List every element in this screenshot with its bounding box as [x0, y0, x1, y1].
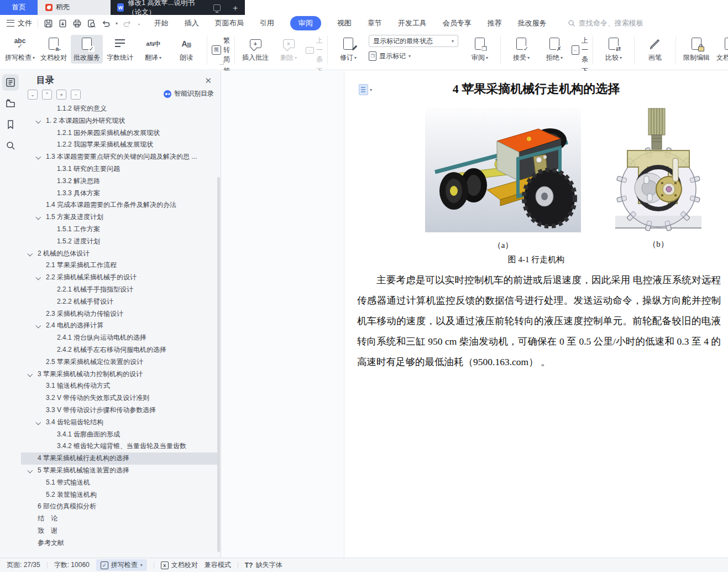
restrict-edit-button[interactable]: 限制编辑 [680, 35, 713, 64]
toc-item[interactable]: 3.2 V 带传动的失效形式及设计准则 [21, 392, 218, 404]
toc-item[interactable]: 5 苹果采摘机械输送装置的选择 [21, 465, 218, 477]
missing-font-status[interactable]: T? 缺失字体 [245, 560, 282, 570]
menu-tab-视图[interactable]: 视图 [337, 18, 352, 28]
toc-panel-button[interactable] [2, 74, 19, 91]
toc-item[interactable]: 2.2 采摘机械采摘机械手的设计 [21, 272, 218, 284]
toc-item[interactable]: 3.4.2 锥齿轮大端背锥、当量齿轮及当量齿数 [21, 440, 218, 453]
proofread-status[interactable]: x 文档校对 [161, 560, 198, 570]
smart-toc-button[interactable]: 智能识别目录 [164, 89, 214, 98]
toc-item[interactable]: 3.1 输送机构传动方式 [21, 380, 218, 392]
navigation-pane-button[interactable] [2, 95, 19, 112]
brush-button[interactable]: 画笔 [639, 35, 671, 64]
prev-comment-button[interactable]: ← 上一条 [306, 36, 323, 64]
menu-tab-推荐[interactable]: 推荐 [488, 18, 502, 28]
page-indicator[interactable]: 页面: 27/35 [7, 560, 40, 570]
toc-item[interactable]: 2.4.1 滑台纵向运动电机的选择 [21, 332, 218, 344]
toc-item[interactable]: 1.2.2 我国苹果采摘机械发展现状 [21, 139, 218, 151]
new-tab-icon[interactable]: ＋ [231, 0, 239, 15]
collapse-up-button[interactable]: ⌃ [42, 90, 52, 100]
toc-item[interactable]: 6 部位仿真模拟分析 [21, 501, 218, 513]
search-panel-button[interactable] [2, 137, 19, 154]
print-preview-button[interactable] [87, 19, 96, 28]
toc-item[interactable]: 3.4 齿轮箱齿轮结构 [21, 417, 218, 429]
toc-item[interactable]: 2.4.2 机械手左右移动伺服电机的选择 [21, 344, 218, 356]
compatibility-mode[interactable]: 兼容模式 [205, 560, 231, 570]
document-tab[interactable]: W 修改1 高效苹...说明书（论文） ＋ [111, 0, 245, 15]
markup-state-select[interactable]: 显示标记的最终状态 ▾ [369, 35, 458, 47]
toc-item[interactable]: 2.2.2 机械手臂设计 [21, 296, 218, 308]
undo-caret-icon[interactable]: ▾ [116, 21, 118, 26]
read-aloud-button[interactable]: A))) 朗读 [170, 35, 202, 64]
print-button[interactable] [72, 19, 82, 28]
review-pane-button[interactable]: ❐ 审阅▾ [464, 35, 496, 64]
toc-item[interactable]: 结 论 [21, 513, 218, 525]
word-count-indicator[interactable]: 字数: 10060 [54, 560, 90, 570]
bookmark-panel-button[interactable] [2, 116, 19, 133]
qat-more-icon[interactable]: ⌄ [137, 21, 141, 26]
home-tab[interactable]: 首页 [0, 0, 38, 15]
toc-item[interactable]: 1. 2 本课题国内外研究现状 [21, 115, 218, 127]
toc-item[interactable]: 2.5 苹果采摘机械定位装置的设计 [21, 356, 218, 368]
body-paragraph[interactable]: 主要考虑是可以实时控制机车的前进或后退速度，因此采用 电控液压系统对远程传感器通… [357, 270, 721, 372]
menu-tab-插入[interactable]: 插入 [185, 18, 199, 28]
menu-tab-审阅[interactable]: 审阅 [290, 16, 321, 30]
delete-comment-button[interactable]: × 删除▾ [273, 35, 305, 64]
toc-item[interactable]: 1.3.2 解决思路 [21, 175, 218, 188]
document-page[interactable]: ▾ 4 苹果采摘机械行走机构的选择 [344, 71, 728, 558]
menu-tab-页面布局[interactable]: 页面布局 [215, 18, 244, 28]
expand-all-button[interactable]: ＋ [56, 90, 66, 100]
chevron-down-icon[interactable] [28, 371, 33, 376]
undo-button[interactable] [101, 19, 111, 28]
menu-tab-章节[interactable]: 章节 [368, 18, 382, 28]
toc-item[interactable]: 3.4.1 齿廓曲面的形成 [21, 429, 218, 441]
reject-change-button[interactable]: ✗ 拒绝▾ [538, 35, 570, 64]
accept-change-button[interactable]: ✓ 接受▾ [505, 35, 537, 64]
doc-permission-button[interactable]: 文档权限 [714, 35, 728, 64]
translate-button[interactable]: a⇆中 翻译▾ [137, 35, 169, 64]
prev-change-button[interactable]: ← 上一条 [572, 36, 588, 64]
command-search[interactable]: 查找命令、搜索模板 [568, 18, 643, 28]
toc-item[interactable]: 3 苹果采摘机械动力控制机构的设计 [21, 368, 218, 381]
toc-item[interactable]: 4 苹果采摘机械行走机构的选择 [21, 453, 218, 465]
toc-item[interactable]: 2.3 采摘机构动力传输设计 [21, 308, 218, 320]
toc-item[interactable]: 1.3.1 研究的主要问题 [21, 163, 218, 175]
toc-item[interactable]: 1.5 方案及进度计划 [21, 211, 218, 223]
toc-item[interactable]: 2.2.1 机械手手指指型设计 [21, 284, 218, 296]
chevron-down-icon[interactable] [36, 215, 41, 220]
expand-down-button[interactable]: ⌄ [28, 90, 38, 100]
toc-scrollbar[interactable] [217, 177, 220, 552]
toc-item[interactable]: 5.2 装筐输送机构 [21, 489, 218, 501]
proofread-button[interactable]: a- 文档校对 [38, 35, 70, 64]
menu-tab-开始[interactable]: 开始 [154, 18, 169, 28]
show-markup-button[interactable]: ❐ 显示标记 ▾ [369, 51, 458, 61]
toc-item[interactable]: 2 机械的总体设计 [21, 248, 218, 260]
toc-item[interactable]: 1.5.2 进度计划 [21, 236, 218, 248]
cast-screen-icon[interactable] [213, 4, 221, 11]
toc-item[interactable]: 致 谢 [21, 525, 218, 537]
chevron-down-icon[interactable] [28, 251, 33, 256]
save-button[interactable] [44, 19, 53, 28]
toc-item[interactable]: 1.2.1 国外果园采摘机械的发展现状 [21, 127, 218, 139]
menu-burger-icon[interactable] [7, 20, 14, 27]
menu-tab-引用[interactable]: 引用 [260, 18, 274, 28]
toc-item[interactable]: 参考文献 [21, 537, 218, 549]
insert-comment-button[interactable]: + 插入批注 [239, 35, 271, 64]
toc-item[interactable]: 1.4 完成本课题需要的工作条件及解决的办法 [21, 199, 218, 211]
toc-item[interactable]: 1.1.2 研究的意义 [21, 103, 218, 115]
word-count-button[interactable]: 字数统计 [104, 35, 136, 64]
spellcheck-button[interactable]: abc✓ 拼写检查▾ [3, 35, 36, 64]
chevron-down-icon[interactable] [36, 118, 41, 123]
compare-button[interactable]: ⇄ 比较▾ [598, 35, 630, 64]
docer-tab[interactable]: 稻壳 [38, 0, 111, 15]
track-changes-button[interactable]: 修订▾ [332, 35, 364, 64]
toc-item[interactable]: 1.3.3 具体方案 [21, 188, 218, 200]
chevron-down-icon[interactable] [36, 154, 41, 159]
menu-tab-会员专享[interactable]: 会员专享 [443, 18, 472, 28]
toc-item[interactable]: 2.4 电机的选择计算 [21, 320, 218, 332]
spellcheck-status[interactable]: ✓ 拼写检查 ▾ [96, 559, 147, 571]
toc-item[interactable]: 2.1 苹果采摘机工作流程 [21, 259, 218, 272]
toc-item[interactable]: 1.3 本课题需要重点研究的关键的问题及解决的思 ... [21, 151, 218, 163]
menu-tab-批改服务[interactable]: 批改服务 [518, 18, 547, 28]
export-button[interactable] [58, 19, 67, 28]
toc-item[interactable]: 5.1 带式输送机 [21, 477, 218, 489]
